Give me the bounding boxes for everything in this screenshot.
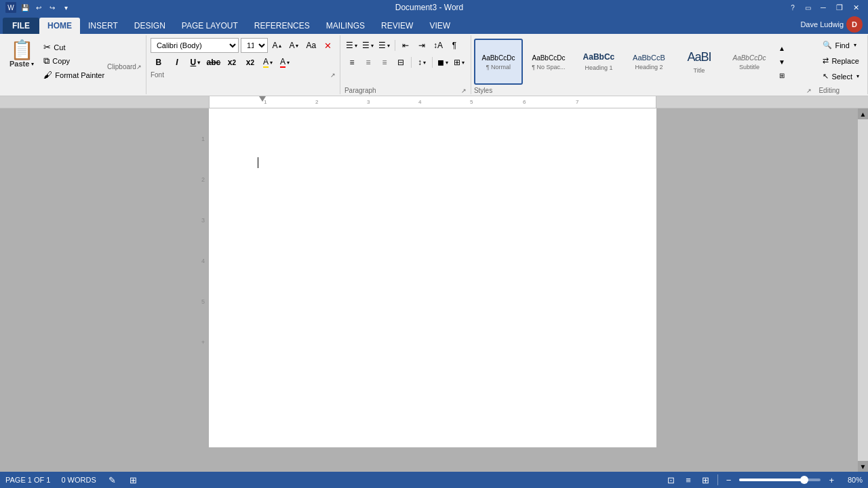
sort-btn[interactable]: ↕A xyxy=(431,38,446,53)
view-read-btn[interactable]: ⊞ xyxy=(699,474,712,487)
undo-quick-btn[interactable]: ↩ xyxy=(33,1,45,14)
indent-increase-btn[interactable]: ⇥ xyxy=(414,38,429,53)
styles-more-btn[interactable]: ⊞ xyxy=(776,68,787,82)
style-normal-label: ¶ Normal xyxy=(486,64,511,70)
styles-scroll: ▲ ▼ ⊞ xyxy=(776,41,787,82)
indent-decrease-btn[interactable]: ⇤ xyxy=(398,38,413,53)
font-size-select[interactable]: 11 xyxy=(241,38,268,53)
font-shrink-btn[interactable]: A▼ xyxy=(287,38,302,53)
font-color-btn[interactable]: A ▾ xyxy=(277,55,292,70)
minimize-btn[interactable]: ─ xyxy=(816,2,830,13)
font-group: Calibri (Body) 11 A▲ A▼ Aa ✕ B I U ▾ abc… xyxy=(146,35,340,94)
zoom-percent: 80% xyxy=(842,476,863,484)
tab-home[interactable]: HOME xyxy=(39,18,80,34)
clipboard-expand-icon[interactable]: ↗ xyxy=(136,64,142,70)
help-title-btn[interactable]: ? xyxy=(787,1,799,14)
margin-mark-1: 1 xyxy=(201,136,205,142)
scroll-down-btn[interactable]: ▼ xyxy=(858,461,868,472)
cut-button[interactable]: ✂ Cut xyxy=(41,41,107,54)
align-center-btn[interactable]: ≡ xyxy=(361,55,376,70)
style-nospacing[interactable]: AaBbCcDc ¶ No Spac... xyxy=(524,39,573,85)
line-spacing-btn[interactable]: ↕▾ xyxy=(414,55,429,70)
styles-scroll-up[interactable]: ▲ xyxy=(776,41,787,55)
customize-quick-btn[interactable]: ▾ xyxy=(60,1,72,14)
style-title-preview: AaBI xyxy=(677,49,721,65)
view-web-btn[interactable]: ≡ xyxy=(683,474,694,487)
zoom-in-btn[interactable]: + xyxy=(826,474,837,487)
format-painter-button[interactable]: 🖌 Format Painter xyxy=(41,68,107,81)
styles-scroll-down[interactable]: ▼ xyxy=(776,55,787,68)
title-left: W 💾 ↩ ↪ ▾ xyxy=(5,1,72,14)
paste-button[interactable]: 📋 Paste ▾ xyxy=(4,38,39,94)
clear-formatting-btn[interactable]: ✕ xyxy=(321,38,336,53)
font-label-row: Font ↗ xyxy=(151,71,336,79)
shading-btn[interactable]: ◼▾ xyxy=(435,55,450,70)
superscript-btn[interactable]: x2 xyxy=(242,55,258,70)
font-color-arrow: ▾ xyxy=(287,60,290,66)
paragraph-controls: ☰▾ ☰▾ ☰▾ ⇤ ⇥ ↕A ¶ ≡ ≡ ≡ ⊟ ↕▾ ◼▾ ⊞▾ xyxy=(344,38,467,85)
find-button[interactable]: 🔍 Find ▾ xyxy=(818,38,863,52)
paragraph-expand-icon[interactable]: ↗ xyxy=(461,87,467,94)
style-heading1[interactable]: AaBbCc Heading 1 xyxy=(574,39,623,85)
multilevel-btn[interactable]: ☰▾ xyxy=(377,38,392,53)
select-icon: ↖ xyxy=(823,72,829,81)
highlight-icon: A xyxy=(263,57,269,68)
bullets-btn[interactable]: ☰▾ xyxy=(344,38,359,53)
layout-icon[interactable]: ⊞ xyxy=(128,474,138,487)
ribbon-display-btn[interactable]: ▭ xyxy=(802,1,814,14)
restore-btn[interactable]: ❐ xyxy=(833,2,846,13)
tab-insert[interactable]: INSERT xyxy=(80,18,126,34)
style-subtitle-label: Subtitle xyxy=(739,64,760,70)
borders-btn[interactable]: ⊞▾ xyxy=(452,55,467,70)
editing-group: 🔍 Find ▾ ⇄ Replace ↖ Select ▾ Editing xyxy=(814,35,868,94)
justify-btn[interactable]: ⊟ xyxy=(393,55,408,70)
style-nospacing-preview: AaBbCcDc xyxy=(527,54,570,62)
user-name: Dave Ludwig xyxy=(800,20,844,28)
style-heading2[interactable]: AaBbCcB Heading 2 xyxy=(625,39,673,85)
copy-button[interactable]: ⧉ Copy xyxy=(41,54,107,68)
replace-button[interactable]: ⇄ Replace xyxy=(818,54,863,68)
underline-btn[interactable]: U ▾ xyxy=(187,55,203,70)
font-expand-icon[interactable]: ↗ xyxy=(330,72,336,79)
ruler-left-margin xyxy=(0,96,209,108)
close-btn[interactable]: ✕ xyxy=(849,2,863,13)
font-grow-btn[interactable]: A▲ xyxy=(270,38,285,53)
align-right-btn[interactable]: ≡ xyxy=(377,55,392,70)
strikethrough-btn[interactable]: abc xyxy=(205,55,222,70)
para-divider-1 xyxy=(395,40,395,51)
tab-mailings[interactable]: MAILINGS xyxy=(318,18,373,34)
align-left-btn[interactable]: ≡ xyxy=(344,55,359,70)
edit-mode-icon[interactable]: ✎ xyxy=(107,474,117,487)
redo-quick-btn[interactable]: ↪ xyxy=(46,1,58,14)
tab-file[interactable]: FILE xyxy=(3,18,39,34)
style-normal[interactable]: AaBbCcDc ¶ Normal xyxy=(474,39,523,85)
tab-review[interactable]: REVIEW xyxy=(373,18,421,34)
style-subtitle[interactable]: AaBbCcDc Subtitle xyxy=(725,39,774,85)
bold-btn[interactable]: B xyxy=(151,55,167,70)
font-name-select[interactable]: Calibri (Body) xyxy=(151,38,239,53)
tab-pagelayout[interactable]: PAGE LAYOUT xyxy=(174,18,246,34)
tab-references[interactable]: REFERENCES xyxy=(246,18,318,34)
paragraph-group-label: Paragraph xyxy=(344,87,376,94)
zoom-out-btn[interactable]: − xyxy=(724,474,734,487)
avatar: D xyxy=(846,16,863,33)
scroll-up-btn[interactable]: ▲ xyxy=(858,108,868,119)
find-arrow: ▾ xyxy=(854,42,856,48)
format-painter-icon: 🖌 xyxy=(43,70,52,80)
document-page[interactable] xyxy=(209,108,656,447)
select-button[interactable]: ↖ Select ▾ xyxy=(818,69,863,83)
style-title[interactable]: AaBI Title xyxy=(675,39,724,85)
subscript-btn[interactable]: x2 xyxy=(224,55,240,70)
styles-expand-icon[interactable]: ↗ xyxy=(806,87,812,94)
show-hide-btn[interactable]: ¶ xyxy=(447,38,462,53)
change-case-btn[interactable]: Aa xyxy=(304,38,319,53)
italic-btn[interactable]: I xyxy=(169,55,185,70)
ruler-mark-4: 4 xyxy=(418,99,421,105)
zoom-slider[interactable] xyxy=(739,479,821,481)
numbering-btn[interactable]: ☰▾ xyxy=(361,38,376,53)
view-print-btn[interactable]: ⊡ xyxy=(665,474,677,487)
text-highlight-btn[interactable]: A ▾ xyxy=(260,55,275,70)
tab-view[interactable]: VIEW xyxy=(421,18,458,34)
tab-design[interactable]: DESIGN xyxy=(126,18,174,34)
save-quick-btn[interactable]: 💾 xyxy=(19,1,31,14)
